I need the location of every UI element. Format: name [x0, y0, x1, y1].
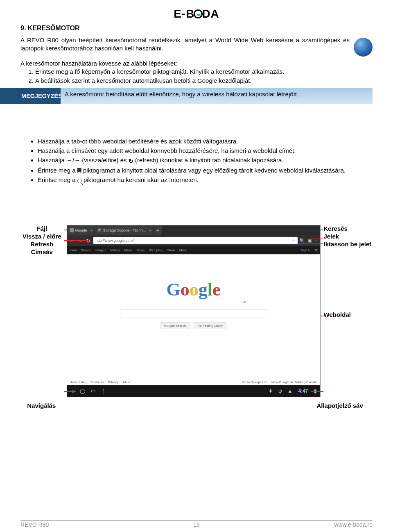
steps-list: Érintse meg a fő képernyőn a keresőmotor…: [20, 68, 373, 85]
step-item: Érintse meg a fő képernyőn a keresőmotor…: [35, 68, 373, 76]
nav-recent-icon[interactable]: ▭: [91, 388, 95, 394]
wifi-icon: ▲: [288, 388, 293, 394]
callout-search: Keresés: [324, 225, 373, 232]
status-time: 4:47: [298, 388, 308, 394]
new-tab-button[interactable]: +: [154, 225, 163, 235]
footer-link[interactable]: View Google in: Tablet | Classic: [271, 380, 317, 384]
tab-strip: Google× 8Storage Options - Techn...× +: [67, 225, 320, 235]
callout-webpage: Weboldal: [324, 311, 373, 318]
feature-bullets: Használja a tab-ot több weboldal betölté…: [20, 137, 373, 184]
callout-refresh: Refresh: [20, 241, 63, 248]
menu-link[interactable]: Videos: [110, 248, 120, 252]
bullet-item: Érintse meg a piktogramot a kinyitott ol…: [38, 166, 373, 175]
section-title: 9. KERESŐMOTOR: [20, 25, 373, 32]
google-topbar: +You Search Images Videos Maps News Shop…: [67, 246, 320, 254]
signin-button[interactable]: Sign in: [300, 248, 310, 252]
note-content: A keresőmotor beindítása előtt ellenőriz…: [61, 88, 373, 104]
page-number: 19: [20, 521, 373, 528]
bullet-item: Használja a címsávot egy adott weboldal …: [38, 146, 373, 155]
menu-link[interactable]: Shopping: [149, 248, 163, 252]
google-footer: Advertising Business Privacy About Go to…: [67, 379, 320, 385]
search-icon: [77, 179, 82, 183]
tab[interactable]: 8Storage Options - Techn...×: [95, 225, 154, 235]
callout-statusbar: Állapotjelző sáv: [316, 402, 373, 409]
callout-navigation: Navigálás: [20, 402, 62, 409]
refresh-icon: ↻: [129, 157, 133, 166]
menu-link[interactable]: News: [136, 248, 145, 252]
star-icon[interactable]: ☆: [292, 239, 295, 243]
browser-figure: Fájl Vissza / előre Refresh Címsáv Googl…: [20, 225, 373, 397]
logo-right: DA: [202, 7, 219, 20]
note-label: MEGJEGYZÉS: [0, 88, 61, 104]
settings-icon[interactable]: ⚙: [315, 248, 318, 252]
callout-back-forward: Vissza / előre: [20, 233, 63, 240]
globe-icon: [354, 38, 373, 57]
left-callouts: Fájl Vissza / előre Refresh Címsáv: [20, 225, 63, 256]
close-tab-icon[interactable]: ×: [90, 228, 93, 233]
callout-add-bookmark: Iktasson be jelet: [324, 241, 373, 248]
menu-link[interactable]: +You: [70, 248, 77, 252]
address-input[interactable]: http://www.google.com/ ☆: [93, 237, 298, 244]
right-callouts: Keresés Jelek Iktasson be jelet Weboldal: [324, 225, 373, 319]
bullet-item: Érintse meg a piktogramot ha keresni aka…: [38, 175, 373, 184]
nav-home-icon[interactable]: ◯: [80, 388, 85, 394]
menu-link[interactable]: Search: [81, 248, 91, 252]
page-body: Google UK Google Search I'm Feeling Luck…: [67, 254, 320, 385]
footer-link[interactable]: Privacy: [108, 380, 119, 384]
google-logo: Google: [67, 255, 320, 300]
intro-paragraph: A REVO R80 olyan beépített keresőmotorra…: [20, 36, 354, 53]
note-box: MEGJEGYZÉS A keresőmotor beindítása előt…: [0, 88, 373, 104]
android-navbar: ◁ ◯ ▭ ⋮ ⬇ ψ ▲ 4:47 ▮: [67, 385, 320, 397]
tab[interactable]: Google×: [67, 225, 95, 235]
brand-logo: E-BDA: [20, 7, 373, 20]
browser-mock: Google× 8Storage Options - Techn...× + ←…: [67, 225, 321, 397]
google-search-button[interactable]: Google Search: [160, 322, 190, 329]
bookmark-icon: [77, 168, 81, 173]
menu-link[interactable]: Maps: [124, 248, 133, 252]
search-icon[interactable]: 🔍: [299, 238, 305, 243]
footer-link[interactable]: Go to Google UK: [242, 380, 267, 384]
google-region: UK: [140, 300, 247, 304]
callout-addressbar: Címsáv: [20, 248, 63, 255]
logo-left: E-B: [174, 7, 194, 20]
menu-link[interactable]: Images: [95, 248, 106, 252]
favicon-icon: 8: [97, 228, 102, 232]
menu-link[interactable]: More: [179, 248, 187, 252]
footer-link[interactable]: About: [123, 380, 131, 384]
step-item: A beállítások szerint a keresőmotor auto…: [35, 77, 373, 85]
steps-intro: A keresőmotor használatára kövesse az al…: [20, 60, 373, 67]
favicon-icon: [70, 228, 74, 232]
download-icon: ⬇: [269, 388, 273, 394]
usb-icon: ψ: [278, 388, 282, 394]
callout-file: Fájl: [20, 225, 63, 232]
url-bar: ← → ↻ http://www.google.com/ ☆ 🔍 ▣ ⋮: [67, 235, 320, 246]
footer-link[interactable]: Business: [90, 380, 104, 384]
menu-link[interactable]: Gmail: [167, 248, 175, 252]
google-lucky-button[interactable]: I'm Feeling Lucky: [194, 322, 226, 329]
page-footer: REVO R80 19 www.e-boda.ro: [20, 520, 373, 528]
bullet-item: Használja ←/→ (vissza/előre) és ↻ (refre…: [38, 156, 373, 166]
google-search-input[interactable]: [120, 309, 267, 318]
callout-bookmarks: Jelek: [324, 233, 373, 240]
footer-link[interactable]: Advertising: [70, 380, 87, 384]
nav-menu-icon[interactable]: ⋮: [101, 388, 106, 394]
close-tab-icon[interactable]: ×: [149, 228, 151, 233]
bullet-item: Használja a tab-ot több weboldal betölté…: [38, 137, 373, 146]
